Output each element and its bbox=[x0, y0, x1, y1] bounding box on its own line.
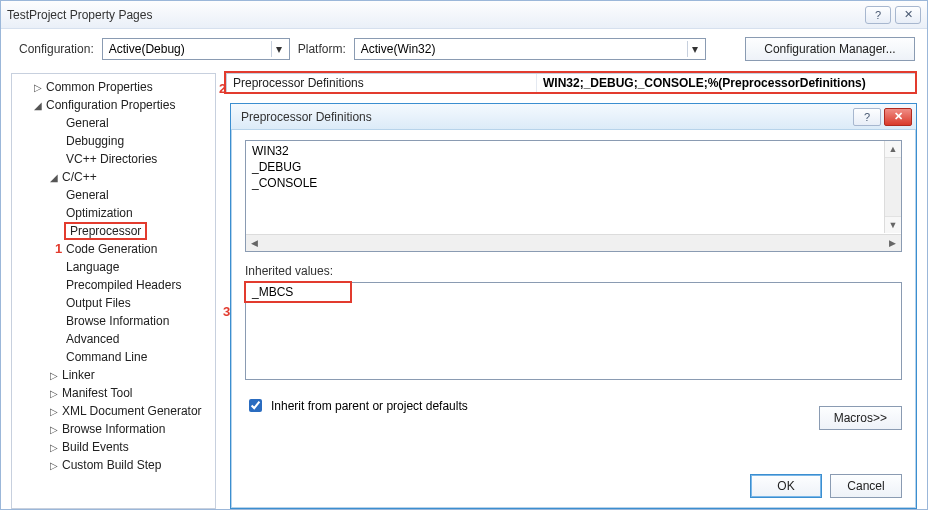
inherited-value-item: _MBCS bbox=[252, 285, 293, 299]
collapse-icon: ◢ bbox=[32, 100, 44, 111]
dialog-close-button[interactable]: ✕ bbox=[884, 108, 912, 126]
platform-value: Active(Win32) bbox=[361, 42, 436, 56]
dialog-title: Preprocessor Definitions bbox=[241, 110, 372, 124]
definitions-text: WIN32 _DEBUG _CONSOLE bbox=[246, 141, 883, 233]
scroll-left-icon[interactable]: ◀ bbox=[246, 235, 263, 251]
scroll-down-icon[interactable]: ▼ bbox=[885, 216, 901, 233]
tree-item-common-properties[interactable]: ▷Common Properties bbox=[12, 78, 215, 96]
tree-item-output-files[interactable]: Output Files bbox=[12, 294, 215, 312]
titlebar: TestProject Property Pages ? ✕ bbox=[1, 1, 927, 29]
inherit-checkbox-label: Inherit from parent or project defaults bbox=[271, 399, 468, 413]
property-pages-window: TestProject Property Pages ? ✕ Configura… bbox=[0, 0, 928, 510]
close-button[interactable]: ✕ bbox=[895, 6, 921, 24]
tree-item-debugging[interactable]: Debugging bbox=[12, 132, 215, 150]
tree-item-ccpp-general[interactable]: General bbox=[12, 186, 215, 204]
toolbar: Configuration: Active(Debug) ▾ Platform:… bbox=[1, 29, 927, 71]
dialog-button-row: OK Cancel bbox=[750, 474, 902, 498]
dialog-help-button[interactable]: ? bbox=[853, 108, 881, 126]
tree-item-language[interactable]: Language bbox=[12, 258, 215, 276]
dialog-body: WIN32 _DEBUG _CONSOLE ▲▼ ◀▶ Inherited va… bbox=[231, 130, 916, 508]
tree-item-command-line[interactable]: Command Line bbox=[12, 348, 215, 366]
expand-icon: ▷ bbox=[48, 406, 60, 417]
cancel-button[interactable]: Cancel bbox=[830, 474, 902, 498]
platform-label: Platform: bbox=[298, 42, 346, 56]
window-title: TestProject Property Pages bbox=[7, 8, 861, 22]
scroll-right-icon[interactable]: ▶ bbox=[884, 235, 901, 251]
tree-item-preprocessor[interactable]: Preprocessor bbox=[12, 222, 215, 240]
tree-item-code-generation[interactable]: Code Generation bbox=[12, 240, 215, 258]
definitions-textarea[interactable]: WIN32 _DEBUG _CONSOLE ▲▼ ◀▶ bbox=[245, 140, 902, 252]
tree-item-browse-information-2[interactable]: ▷Browse Information bbox=[12, 420, 215, 438]
tree-item-vcpp-directories[interactable]: VC++ Directories bbox=[12, 150, 215, 168]
tree-item-browse-information[interactable]: Browse Information bbox=[12, 312, 215, 330]
dialog-titlebar: Preprocessor Definitions ? ✕ bbox=[231, 104, 916, 130]
chevron-down-icon: ▾ bbox=[271, 41, 287, 57]
collapse-icon: ◢ bbox=[48, 172, 60, 183]
tree-item-configuration-properties[interactable]: ◢Configuration Properties bbox=[12, 96, 215, 114]
navigation-tree[interactable]: ▷Common Properties ◢Configuration Proper… bbox=[11, 73, 216, 509]
inherit-checkbox-row: Inherit from parent or project defaults bbox=[245, 396, 902, 415]
inherited-values-label: Inherited values: bbox=[245, 264, 902, 278]
expand-icon: ▷ bbox=[48, 424, 60, 435]
tree-item-general[interactable]: General bbox=[12, 114, 215, 132]
scroll-up-icon[interactable]: ▲ bbox=[885, 141, 901, 158]
platform-combo[interactable]: Active(Win32) ▾ bbox=[354, 38, 706, 60]
configuration-combo[interactable]: Active(Debug) ▾ bbox=[102, 38, 290, 60]
property-grid-area: Preprocessor Definitions WIN32;_DEBUG;_C… bbox=[226, 73, 917, 509]
chevron-down-icon: ▾ bbox=[687, 41, 703, 57]
tree-item-optimization[interactable]: Optimization bbox=[12, 204, 215, 222]
vertical-scrollbar[interactable]: ▲▼ bbox=[884, 141, 901, 233]
expand-icon: ▷ bbox=[48, 460, 60, 471]
property-value: WIN32;_DEBUG;_CONSOLE;%(PreprocessorDefi… bbox=[537, 76, 916, 90]
expand-icon: ▷ bbox=[32, 82, 44, 93]
macros-button[interactable]: Macros>> bbox=[819, 406, 902, 430]
tree-item-custom-build-step[interactable]: ▷Custom Build Step bbox=[12, 456, 215, 474]
configuration-manager-button[interactable]: Configuration Manager... bbox=[745, 37, 915, 61]
annotation-number-1: 1 bbox=[55, 241, 62, 256]
help-button[interactable]: ? bbox=[865, 6, 891, 24]
property-key: Preprocessor Definitions bbox=[227, 74, 537, 92]
preprocessor-definitions-dialog: Preprocessor Definitions ? ✕ WIN32 _DEBU… bbox=[230, 103, 917, 509]
tree-item-precompiled-headers[interactable]: Precompiled Headers bbox=[12, 276, 215, 294]
configuration-label: Configuration: bbox=[19, 42, 94, 56]
configuration-value: Active(Debug) bbox=[109, 42, 185, 56]
inherited-values-listbox[interactable]: _MBCS bbox=[245, 282, 902, 380]
tree-item-manifest-tool[interactable]: ▷Manifest Tool bbox=[12, 384, 215, 402]
tree-item-advanced[interactable]: Advanced bbox=[12, 330, 215, 348]
annotation-number-3: 3 bbox=[223, 304, 230, 319]
ok-button[interactable]: OK bbox=[750, 474, 822, 498]
expand-icon: ▷ bbox=[48, 388, 60, 399]
tree-item-build-events[interactable]: ▷Build Events bbox=[12, 438, 215, 456]
expand-icon: ▷ bbox=[48, 370, 60, 381]
tree-item-ccpp[interactable]: ◢C/C++ bbox=[12, 168, 215, 186]
tree-item-linker[interactable]: ▷Linker bbox=[12, 366, 215, 384]
inherit-checkbox[interactable] bbox=[249, 399, 262, 412]
property-row-preprocessor-definitions[interactable]: Preprocessor Definitions WIN32;_DEBUG;_C… bbox=[226, 73, 917, 93]
annotation-number-2: 2 bbox=[219, 81, 226, 96]
horizontal-scrollbar[interactable]: ◀▶ bbox=[246, 234, 901, 251]
tree-item-xml-doc-generator[interactable]: ▷XML Document Generator bbox=[12, 402, 215, 420]
expand-icon: ▷ bbox=[48, 442, 60, 453]
